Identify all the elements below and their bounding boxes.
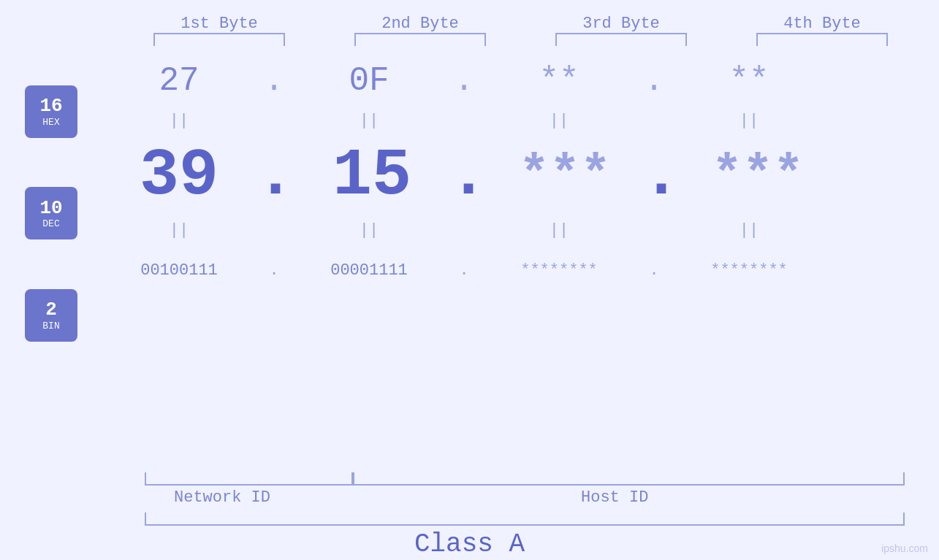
bin-badge-number: 2 [45,299,57,321]
eq2-3: || [482,221,636,239]
top-bracket-4 [756,33,888,46]
eq1-3: || [482,112,636,130]
hex-dot-2: . [446,62,482,100]
bin-dot-3: . [636,261,672,280]
dec-val-4: *** [681,150,835,202]
network-bracket [145,472,353,486]
bin-badge: 2 BIN [25,289,77,342]
byte-header-2: 2nd Byte [340,15,501,33]
host-bracket [353,472,905,486]
watermark: ipshu.com [881,542,928,554]
host-id-label: Host ID [581,488,648,507]
bin-val-2: 00001111 [292,261,446,280]
top-bracket-2 [354,33,486,46]
hex-val-2: 0F [292,62,446,100]
data-rows-section: 27 . 0F . ** . ** [102,53,939,469]
dec-val-2: 15 [295,143,449,209]
dec-dot-2: . [449,143,488,209]
dec-badge-label: DEC [42,218,59,229]
equals-row-2: || || || || [102,218,917,243]
hex-val-3: ** [482,62,636,100]
eq2-4: || [672,221,826,239]
hex-badge-number: 16 [39,96,62,117]
main-container: 1st Byte 2nd Byte 3rd Byte 4th Byte 16 H… [0,0,939,560]
hex-val-4: ** [672,62,826,100]
hex-val-1: 27 [102,62,256,100]
top-bracket-3 [555,33,687,46]
bin-badge-label: BIN [42,321,59,331]
top-bracket-1 [153,33,285,46]
dec-dot-1: . [256,143,295,209]
main-content: 16 HEX 10 DEC 2 BIN 27 . [0,53,939,469]
class-bracket [145,513,905,526]
bin-val-1: 00100111 [102,261,256,280]
dec-val-3: *** [488,150,642,202]
byte-header-3: 3rd Byte [541,15,702,33]
hex-dot-3: . [636,62,672,100]
hex-badge: 16 HEX [25,85,77,138]
eq1-4: || [672,112,826,130]
eq2-1: || [102,221,256,239]
byte-header-4: 4th Byte [742,15,902,33]
eq2-2: || [292,221,446,239]
eq1-2: || [292,112,446,130]
badges-column: 16 HEX 10 DEC 2 BIN [0,53,102,469]
hex-badge-label: HEX [42,117,59,128]
equals-row-1: || || || || [102,108,917,134]
dec-row: 39 . 15 . *** . *** [102,134,917,218]
bin-val-4: ******** [672,261,826,280]
dec-badge: 10 DEC [25,187,77,239]
bin-dot-2: . [446,261,482,280]
dec-badge-number: 10 [39,198,62,219]
dec-dot-3: . [642,143,681,209]
class-label: Class A [0,529,939,559]
eq1-1: || [102,112,256,130]
dec-val-1: 39 [102,143,256,209]
hex-dot-1: . [256,62,292,100]
hex-row: 27 . 0F . ** . ** [102,53,917,108]
bin-row: 00100111 . 00001111 . ******** . [102,243,917,298]
byte-header-1: 1st Byte [139,15,300,33]
bin-val-3: ******** [482,261,636,280]
bin-dot-1: . [256,261,292,280]
bottom-section: Network ID Host ID Class A [0,472,939,560]
network-id-label: Network ID [174,488,270,507]
top-brackets-row [119,33,923,46]
byte-headers-row: 1st Byte 2nd Byte 3rd Byte 4th Byte [119,15,923,33]
